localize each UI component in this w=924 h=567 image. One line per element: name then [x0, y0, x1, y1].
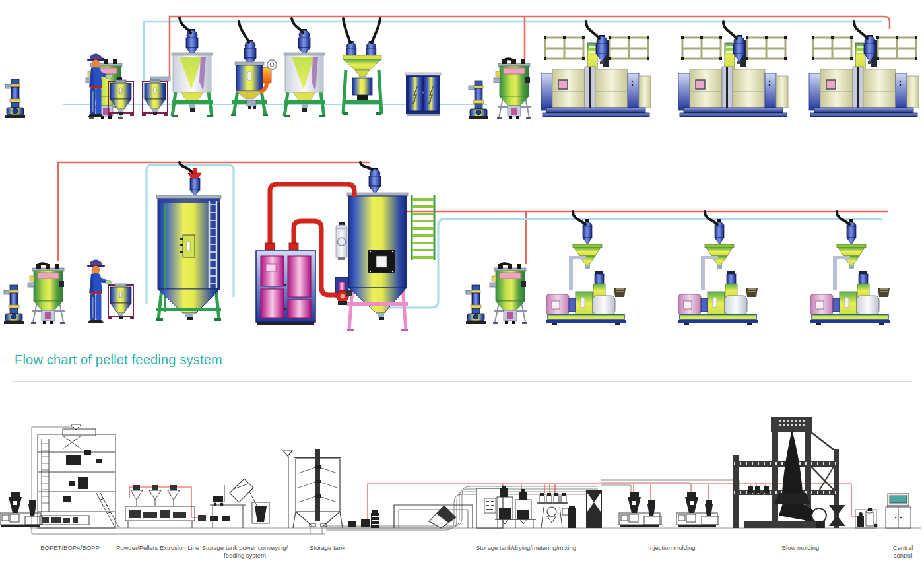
injection-molding-pair-2 [676, 492, 719, 527]
diagram-label-extrusion-line: Powder/Pellets Extrusion Line [116, 544, 199, 552]
bopet-tower [38, 424, 119, 528]
storage-tank [283, 449, 343, 528]
diagram-label-feeding-system: Storage tank power conveying/ feeding sy… [202, 544, 288, 560]
diagram-label-bopet: BOPET/BOPA/BOPP [40, 544, 100, 552]
storage-bin-2 [142, 80, 168, 116]
extrusion-line [125, 485, 206, 528]
diverter-valve-station [586, 490, 602, 528]
dump-station [394, 505, 473, 528]
section-divider [12, 381, 912, 382]
storage-bin-3 [108, 284, 134, 319]
mixing-station [537, 493, 576, 528]
injection-molding-pair-1 [619, 492, 661, 527]
vacuum-pump-1 [5, 79, 25, 118]
injection-molding-machine-2 [678, 219, 758, 325]
electric-control-cabinet [405, 73, 441, 116]
conveying-blowers [348, 510, 380, 528]
section-title: Flow chart of pellet feeding system [15, 352, 222, 368]
crystallizer-silo [156, 168, 221, 321]
vacuum-pump-2 [469, 81, 488, 119]
pellet-feeding-system-page: Flow chart of pellet feeding system [0, 0, 924, 567]
diagram-label-injection-molding: Injection molding [648, 544, 695, 552]
injection-molding-machine-1 [546, 219, 626, 325]
blow-molding-machine-2 [678, 35, 788, 117]
blow-molding-tower [733, 417, 845, 528]
dust-collector-3 [28, 263, 65, 324]
blow-molding-machine-3 [809, 35, 919, 117]
dehumidifier-dryer [256, 251, 315, 325]
diagram-label-blow-molding: Blow molding [782, 544, 820, 552]
blow-molding-machine-1 [541, 35, 651, 117]
dust-collector-4 [490, 263, 527, 324]
injection-molding-machine-3 [810, 219, 890, 325]
diagram-label-central-control: Central control [892, 544, 913, 560]
central-feeding-system-illustration [0, 0, 924, 373]
vacuum-pump-4 [466, 285, 486, 324]
filter-cylinder [336, 222, 347, 260]
diagram-label-drying-metering-mixing: Storage tank/drying/metering/mixing [476, 544, 576, 552]
diagram-label-storage-tank: Storage tank [310, 544, 345, 552]
central-control-console [886, 494, 911, 528]
vacuum-pump-3 [4, 285, 24, 324]
dust-collector-2 [494, 59, 531, 119]
vacuum-pump-unit [855, 508, 878, 528]
flow-chart-line-diagram [0, 386, 924, 541]
power-conveying-feeding-system [210, 479, 269, 528]
